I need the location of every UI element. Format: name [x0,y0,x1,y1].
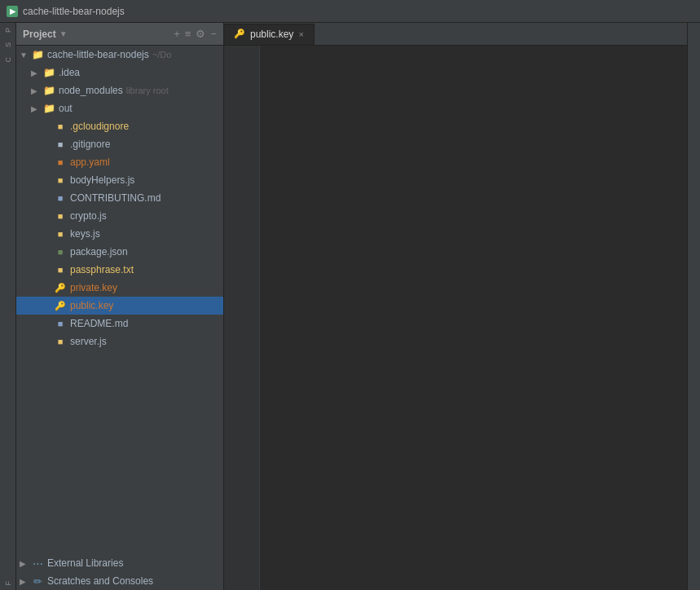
file-icon-git: ■ [54,139,67,150]
tree-item-appyaml[interactable]: ■ app.yaml [16,153,223,171]
scratches-icon: ✏ [31,575,44,587]
favorites-strip-icon[interactable]: F [0,576,16,591]
file-icon-txt-pass: ■ [54,264,67,275]
editor-area: 🔑 public.key × [224,23,687,590]
project-header: Project ▼ + ≡ ⚙ − [16,23,223,46]
file-tree: ▼ 📁 cache-little-bear-nodejs ~/Do ▶ 📁 .i… [16,46,223,554]
tree-item-out[interactable]: ▶ 📁 out [16,99,223,117]
file-icon-key-private: 🔑 [54,282,67,293]
tab-close-button[interactable]: × [298,29,303,39]
library-icon: ⋯ [31,557,44,569]
right-scroll-strip [687,23,700,590]
tree-item-contributing[interactable]: ■ CONTRIBUTING.md [16,189,223,207]
tab-publickey[interactable]: 🔑 public.key × [224,24,315,45]
commit-strip-icon[interactable]: C [0,52,16,68]
editor-tabs: 🔑 public.key × [224,23,687,46]
tree-item-gitignore[interactable]: ■ .gitignore [16,135,223,153]
file-icon-key-public: 🔑 [54,300,67,311]
tree-item-gcloudignore[interactable]: ■ .gcloudignore [16,117,223,135]
project-arrow: ▼ [59,29,68,38]
file-icon-gcloud: ■ [54,121,67,132]
tree-item-readme[interactable]: ■ README.md [16,315,223,332]
scratches-consoles-item[interactable]: ▶ ✏ Scratches and Consoles [16,572,223,590]
editor-content [224,46,687,590]
tree-item-publickey[interactable]: 🔑 public.key [16,297,223,315]
code-editor[interactable] [260,46,687,590]
settings-icon[interactable]: ⚙ [196,28,205,40]
file-icon-js-body: ■ [54,174,67,186]
project-panel: Project ▼ + ≡ ⚙ − ▼ 📁 cache-little-bear-… [16,23,224,590]
file-icon-json-pkg: ■ [54,246,67,258]
minimize-icon[interactable]: − [210,28,217,40]
tree-item-crypto[interactable]: ■ crypto.js [16,207,223,225]
tree-item-idea[interactable]: ▶ 📁 .idea [16,64,223,81]
file-icon-yaml: ■ [54,156,67,168]
project-label: Project [23,29,56,40]
file-icon-js-keys: ■ [54,228,67,240]
folder-icon: 📁 [42,67,55,78]
project-icons: + ≡ ⚙ − [174,28,217,40]
app-title: cache-little-bear-nodejs [23,6,125,17]
menu-icon[interactable]: ≡ [185,28,192,40]
tree-item-keys[interactable]: ■ keys.js [16,225,223,243]
folder-open-icon: 📁 [31,49,44,60]
project-strip-icon[interactable]: P [0,23,16,37]
tree-item-node-modules[interactable]: ▶ 📁 node_modules library root [16,81,223,99]
project-bottom: ▶ ⋯ External Libraries ▶ ✏ Scratches and… [16,554,223,590]
tree-item-packagejson[interactable]: ■ package.json [16,243,223,261]
tab-label: public.key [250,29,293,40]
add-icon[interactable]: + [174,28,180,40]
app-icon: ▶ [7,6,18,17]
external-libraries-item[interactable]: ▶ ⋯ External Libraries [16,554,223,572]
folder-icon: 📁 [42,103,55,114]
folder-icon: 📁 [42,85,55,96]
structure-strip-icon[interactable]: S [0,37,16,52]
tree-item-bodyhelpers[interactable]: ■ bodyHelpers.js [16,171,223,189]
tab-key-icon: 🔑 [234,29,245,39]
file-icon-js-server: ■ [54,336,67,347]
tree-item-server[interactable]: ■ server.js [16,332,223,350]
file-icon-md-contrib: ■ [54,192,67,204]
title-bar: ▶ cache-little-bear-nodejs [0,0,700,23]
file-icon-js-crypto: ■ [54,210,67,222]
file-icon-md-readme: ■ [54,318,67,329]
tree-item-root[interactable]: ▼ 📁 cache-little-bear-nodejs ~/Do [16,46,223,64]
tree-item-passphrase[interactable]: ■ passphrase.txt [16,261,223,279]
tree-item-privatekey[interactable]: 🔑 private.key [16,279,223,297]
left-icon-strip: P S C F [0,23,16,590]
line-numbers [224,46,260,590]
